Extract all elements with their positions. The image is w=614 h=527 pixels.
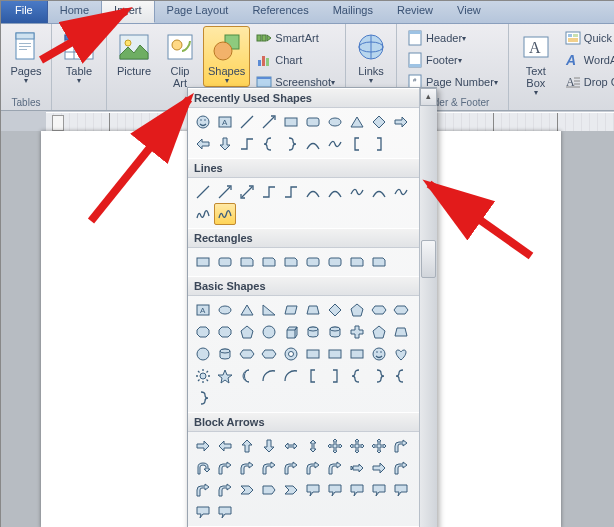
- shape-arrowline[interactable]: [258, 111, 280, 133]
- shape-snip[interactable]: [368, 251, 390, 273]
- shape-oval[interactable]: [214, 299, 236, 321]
- shape-rbrk[interactable]: [324, 365, 346, 387]
- shape-darrow[interactable]: [258, 435, 280, 457]
- shape-rect[interactable]: [324, 343, 346, 365]
- shape-rbrace[interactable]: [368, 365, 390, 387]
- shape-pent[interactable]: [346, 299, 368, 321]
- shape-roundrect[interactable]: [324, 251, 346, 273]
- shape-callout[interactable]: [390, 479, 412, 501]
- shape-bent[interactable]: [214, 457, 236, 479]
- shape-para[interactable]: [280, 299, 302, 321]
- shape-uturn[interactable]: [192, 457, 214, 479]
- shape-quad[interactable]: [368, 435, 390, 457]
- tab-view[interactable]: View: [445, 1, 493, 23]
- shape-pent[interactable]: [236, 321, 258, 343]
- shape-chevron[interactable]: [236, 479, 258, 501]
- shape-callout[interactable]: [302, 479, 324, 501]
- shape-roundrect[interactable]: [214, 251, 236, 273]
- shape-moon[interactable]: [236, 365, 258, 387]
- shape-rect[interactable]: [192, 251, 214, 273]
- shape-rtri[interactable]: [258, 299, 280, 321]
- shape-rbrace[interactable]: [280, 133, 302, 155]
- shape-free[interactable]: [324, 133, 346, 155]
- shape-lbrk[interactable]: [346, 133, 368, 155]
- shape-arc[interactable]: [258, 365, 280, 387]
- shape-can[interactable]: [192, 343, 214, 365]
- shape-rbrace[interactable]: [192, 387, 214, 409]
- shape-bent[interactable]: [214, 479, 236, 501]
- shape-udarrow[interactable]: [302, 435, 324, 457]
- shape-larrow[interactable]: [214, 435, 236, 457]
- shape-callout[interactable]: [324, 479, 346, 501]
- shape-hex[interactable]: [236, 343, 258, 365]
- shape-cross[interactable]: [346, 321, 368, 343]
- shape-rect[interactable]: [346, 343, 368, 365]
- shape-lbrace[interactable]: [390, 365, 412, 387]
- shape-hex[interactable]: [258, 343, 280, 365]
- shape-bent[interactable]: [258, 457, 280, 479]
- shape-cube[interactable]: [280, 321, 302, 343]
- shape-bent[interactable]: [302, 457, 324, 479]
- shape-bent[interactable]: [192, 479, 214, 501]
- shape-bent[interactable]: [324, 457, 346, 479]
- shape-rbrk[interactable]: [368, 133, 390, 155]
- shape-quad[interactable]: [346, 435, 368, 457]
- shape-chevron[interactable]: [280, 479, 302, 501]
- shape-smiley[interactable]: [368, 343, 390, 365]
- tab-review[interactable]: Review: [385, 1, 445, 23]
- shape-line[interactable]: [236, 111, 258, 133]
- shape-hex[interactable]: [390, 299, 412, 321]
- chart-button[interactable]: Chart: [252, 50, 339, 70]
- scroll-up-button[interactable]: ▴: [420, 88, 437, 106]
- shape-elbow[interactable]: [236, 133, 258, 155]
- shape-pent[interactable]: [368, 321, 390, 343]
- shape-lrarrow[interactable]: [280, 435, 302, 457]
- shape-trap[interactable]: [390, 321, 412, 343]
- shape-oct[interactable]: [214, 321, 236, 343]
- text-box-button[interactable]: A Text Box▾: [513, 26, 559, 99]
- shape-curve[interactable]: [302, 133, 324, 155]
- shape-snip[interactable]: [236, 251, 258, 273]
- shapes-button[interactable]: Shapes▾: [203, 26, 250, 87]
- shape-rarrow[interactable]: [390, 111, 412, 133]
- shape-roundrect[interactable]: [302, 251, 324, 273]
- shape-quad[interactable]: [324, 435, 346, 457]
- footer-button[interactable]: Footer ▾: [403, 50, 502, 70]
- clip-art-button[interactable]: Clip Art: [157, 26, 203, 92]
- shape-donut[interactable]: [280, 343, 302, 365]
- shape-free[interactable]: [390, 181, 412, 203]
- shape-bent[interactable]: [236, 457, 258, 479]
- shape-bent[interactable]: [390, 457, 412, 479]
- tab-references[interactable]: References: [240, 1, 320, 23]
- shape-notched[interactable]: [346, 457, 368, 479]
- shape-oval[interactable]: [324, 111, 346, 133]
- shape-rarrow[interactable]: [368, 457, 390, 479]
- shape-snip[interactable]: [346, 251, 368, 273]
- smartart-button[interactable]: SmartArt: [252, 28, 339, 48]
- shape-tri[interactable]: [346, 111, 368, 133]
- shape-callout[interactable]: [192, 501, 214, 523]
- header-button[interactable]: Header ▾: [403, 28, 502, 48]
- tab-page-layout[interactable]: Page Layout: [155, 1, 241, 23]
- shape-rarrow[interactable]: [192, 435, 214, 457]
- shape-cyl[interactable]: [214, 343, 236, 365]
- dropdown-scrollbar[interactable]: ▴ ▾: [419, 88, 437, 527]
- shape-roundrect[interactable]: [302, 111, 324, 133]
- shape-textbox[interactable]: A: [192, 299, 214, 321]
- shape-lbrace[interactable]: [258, 133, 280, 155]
- wordart-button[interactable]: AWordArt ▾: [561, 50, 614, 70]
- shape-callout[interactable]: [214, 501, 236, 523]
- shape-hex[interactable]: [368, 299, 390, 321]
- shape-lbrace[interactable]: [346, 365, 368, 387]
- shape-curve[interactable]: [302, 181, 324, 203]
- shape-cyl[interactable]: [302, 321, 324, 343]
- shape-tri[interactable]: [236, 299, 258, 321]
- shape-callout[interactable]: [346, 479, 368, 501]
- shape-can[interactable]: [258, 321, 280, 343]
- shape-bent[interactable]: [390, 435, 412, 457]
- shape-diamond[interactable]: [368, 111, 390, 133]
- shape-penta[interactable]: [258, 479, 280, 501]
- tab-mailings[interactable]: Mailings: [321, 1, 385, 23]
- shape-snip[interactable]: [280, 251, 302, 273]
- shape-diamond[interactable]: [324, 299, 346, 321]
